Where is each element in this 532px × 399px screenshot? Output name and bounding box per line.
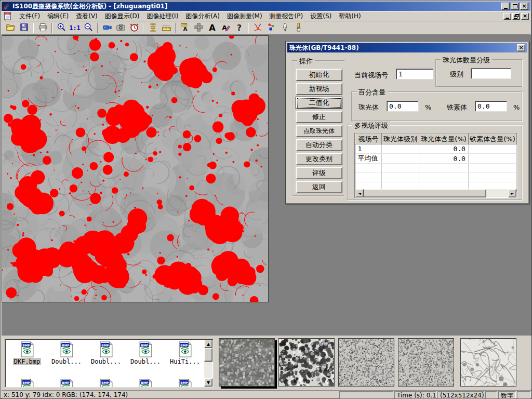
measure-text-button[interactable]: A	[178, 22, 192, 34]
actual-size-button[interactable]: 1:1	[68, 22, 82, 34]
camera-button[interactable]	[114, 22, 127, 34]
child-close-button[interactable]: ×	[521, 13, 529, 20]
menu-item-4[interactable]: 图像显示(D)	[101, 11, 143, 21]
file-item-row2-4[interactable]: BMP	[127, 379, 164, 388]
print-button[interactable]	[36, 22, 49, 34]
sample-thumbnail-1[interactable]	[219, 338, 275, 387]
menu-item-10[interactable]: 帮助(H)	[335, 11, 364, 21]
maximize-button[interactable]	[511, 3, 519, 10]
zoom-out-button[interactable]	[82, 22, 95, 34]
close-button[interactable]: ×	[520, 3, 528, 10]
file-item-doubl-[interactable]: BMPDoubl...	[87, 341, 125, 365]
app-icon[interactable]	[3, 3, 11, 10]
svg-text:BMP: BMP	[180, 381, 188, 384]
ruler-button[interactable]	[159, 22, 173, 34]
dialog-close-button[interactable]: ×	[517, 44, 525, 51]
text-button[interactable]: A	[205, 22, 219, 34]
file-browser-scrollbar[interactable]: ▲ ▼	[204, 340, 212, 387]
save-button[interactable]	[17, 22, 31, 34]
table-horizontal-scrollbar[interactable]: ◄ ►	[355, 189, 516, 197]
sample-thumbnail-3[interactable]	[338, 338, 394, 387]
pattern-button[interactable]	[192, 22, 205, 34]
svg-text:?: ?	[236, 23, 241, 32]
micrograph-image[interactable]	[2, 36, 268, 302]
file-item-row2-1[interactable]: BMP	[8, 379, 46, 388]
annotate-button[interactable]: A	[219, 22, 232, 34]
change-class-button[interactable]: 更改类别	[296, 153, 342, 165]
file-item-row2-3[interactable]: BMP	[87, 379, 125, 388]
minimize-button[interactable]	[501, 3, 510, 10]
scroll-left-arrow[interactable]: ◄	[355, 189, 364, 197]
svg-text:BMP: BMP	[141, 381, 148, 384]
operation-group-label: 操作	[297, 57, 315, 66]
menu-item-6[interactable]: 图像分析(A)	[182, 11, 223, 21]
sample-thumbnail-image-3[interactable]	[339, 339, 394, 386]
file-item-dkf-bmp[interactable]: BMPDKF.bmp	[8, 341, 46, 365]
current-field-input[interactable]: 1	[396, 69, 433, 79]
menu-item-9[interactable]: 设置(S)	[307, 11, 335, 21]
document-icon[interactable]: DOC	[3, 11, 12, 21]
file-item-huiti-[interactable]: BMPHuiTi...	[166, 341, 204, 365]
auto-classify-button[interactable]: 自动分类	[296, 139, 342, 151]
scroll-up-arrow[interactable]: ▲	[204, 340, 212, 348]
sample-thumbnail-2[interactable]	[278, 338, 335, 387]
scroll-down-arrow[interactable]: ▼	[204, 378, 212, 387]
menu-item-3[interactable]: 查看(V)	[72, 11, 101, 21]
grade-input[interactable]	[471, 68, 511, 79]
menu-item-8[interactable]: 测量报告(P)	[266, 11, 307, 21]
timer-button[interactable]	[127, 22, 141, 34]
sample-thumbnail-4[interactable]	[398, 338, 454, 387]
help-button[interactable]: ?	[232, 22, 246, 34]
dialog-title: 珠光体(GB/T9441-88)	[289, 44, 359, 52]
spline-icon	[253, 22, 263, 34]
actual-size-icon: 1:1	[69, 24, 81, 32]
pearlite-percent-input[interactable]: 0.0	[387, 101, 419, 112]
new-field-button[interactable]: 新视场	[296, 83, 342, 95]
sample-thumbnail-image-4[interactable]	[398, 339, 454, 386]
svg-text:BMP: BMP	[101, 344, 109, 347]
file-item-doubl-[interactable]: BMPDoubl...	[127, 341, 164, 365]
sample-thumbnail-image-1[interactable]	[219, 339, 274, 386]
vertical-scroll-thumb[interactable]	[204, 348, 212, 362]
menu-item-5[interactable]: 图像处理(I)	[143, 11, 182, 21]
return-button[interactable]: 返回	[296, 181, 342, 193]
menu-item-2[interactable]: 编辑(E)	[44, 11, 72, 21]
column-header-3: 珠光体含量(%)	[419, 134, 469, 144]
child-restore-button[interactable]	[512, 13, 520, 20]
sample-thumbnail-image-2[interactable]	[279, 339, 334, 386]
spline-button[interactable]	[251, 22, 264, 34]
pick-pearlite-button[interactable]: 点取珠光体	[296, 125, 342, 137]
file-item-row2-2[interactable]: BMP	[48, 379, 85, 388]
open-icon	[6, 22, 16, 34]
sample-thumbnail-image-5[interactable]	[461, 339, 516, 386]
binarize-button[interactable]: 二值化	[296, 97, 342, 109]
ferrite-percent-input[interactable]: 0.0	[475, 101, 507, 112]
file-item-doubl-[interactable]: BMPDoubl...	[48, 341, 85, 365]
video-camera-button[interactable]	[100, 22, 114, 34]
scroll-thumb[interactable]	[364, 189, 486, 197]
classify-button[interactable]	[264, 22, 278, 34]
pearlite-percent-unit: %	[425, 103, 431, 111]
rating-table: 视场号珠光体级别珠光体含量(%)铁素体含量(%) 10.0平均值0.0	[355, 134, 517, 192]
toolbar: 1:1AAA?	[2, 21, 530, 35]
micrograph-image-frame	[2, 35, 269, 302]
brush-button[interactable]	[291, 22, 305, 34]
cursor-coordinates: x: 510 y: 79 idx: 0 RGB: (174, 174, 174)	[4, 391, 128, 398]
correct-button[interactable]: 修正	[296, 111, 342, 123]
menu-item-1[interactable]: 文件(F)	[16, 11, 44, 21]
file-item-row2-5[interactable]: BMP	[166, 379, 204, 388]
pen-button[interactable]	[278, 22, 291, 34]
initialize-button[interactable]: 初始化	[296, 69, 342, 81]
rate-button[interactable]: 评级	[296, 167, 342, 179]
menu-item-7[interactable]: 图像测量(M)	[223, 11, 266, 21]
file-browser: BMPDKF.bmpBMPDoubl...BMPDoubl...BMPDoubl…	[5, 339, 214, 388]
caliper-icon	[148, 22, 158, 34]
zoom-in-button[interactable]	[55, 22, 68, 34]
scroll-right-arrow[interactable]: ►	[508, 189, 516, 197]
timer-icon	[129, 22, 139, 34]
toolbar-separator	[143, 23, 144, 33]
sample-thumbnail-5[interactable]	[460, 338, 516, 387]
caliper-button[interactable]	[146, 22, 159, 34]
open-button[interactable]	[4, 22, 17, 34]
child-minimize-button[interactable]	[503, 13, 511, 20]
